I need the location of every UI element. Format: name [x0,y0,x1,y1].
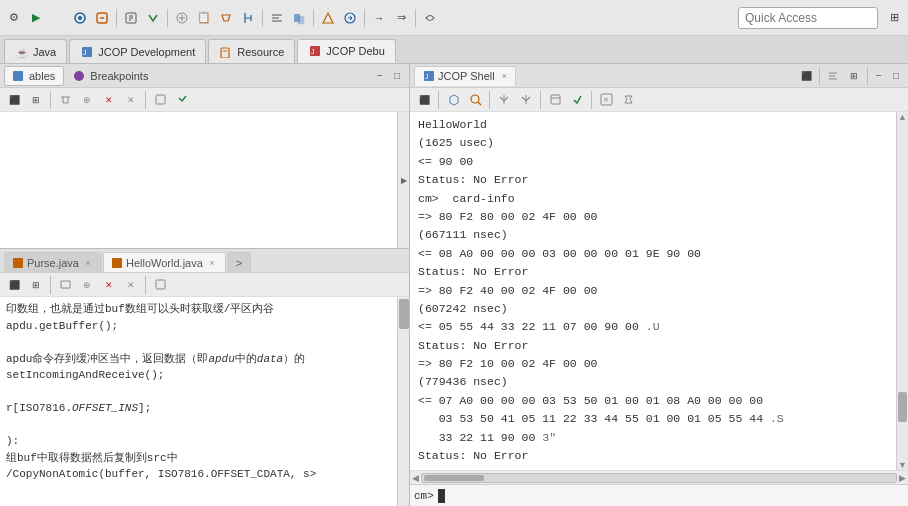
shell-line-4: Status: No Error [418,171,888,189]
scroll-right-arrow[interactable]: ▶ [397,112,409,248]
perspective-tab-java[interactable]: ☕ Java [4,39,67,63]
editor-sep-1 [50,276,51,294]
jcop-shell-tab-close[interactable]: × [502,71,507,81]
toolbar-btn-15[interactable] [340,8,360,28]
var-sep-1 [50,91,51,109]
hscroll-left[interactable]: ◀ [412,473,419,483]
right-ctrl-2[interactable] [823,66,843,86]
shell-line-13: Status: No Error [418,337,888,355]
scroll-down-btn[interactable]: ▼ [897,460,908,470]
editor-btn-1[interactable]: ⬛ [4,275,24,295]
minimize-btn[interactable]: − [372,68,388,84]
shell-btn-1[interactable]: ⬛ [414,90,434,110]
toolbar-btn-17[interactable]: ⇒ [391,8,411,28]
shell-btn-2[interactable] [443,90,463,110]
code-line-3 [6,334,391,351]
toolbar-btn-13[interactable] [289,8,309,28]
perspective-tab-resource[interactable]: Resource [208,39,295,63]
toolbar-btn-14[interactable] [318,8,338,28]
toolbar-btn-1[interactable]: ⚙ [4,8,24,28]
var-toolbar-8[interactable] [172,90,192,110]
editor-btn-2[interactable]: ⊞ [26,275,46,295]
editor-btn-3[interactable] [55,275,75,295]
shell-text[interactable]: HelloWorld (1625 usec) <= 90 00 Status: … [410,112,896,470]
editor-tab-purse-close[interactable]: × [83,258,93,268]
editor-tab-purse-icon [13,258,23,268]
var-toolbar-6[interactable]: ✕ [121,90,141,110]
var-toolbar-7[interactable] [150,90,170,110]
var-toolbar-4[interactable]: ⊕ [77,90,97,110]
right-panel: J JCOP Shell × ⬛ ⊞ − □ ⬛ [410,64,908,506]
right-ctrl-1[interactable]: ⬛ [796,66,816,86]
shell-line-3: <= 90 00 [418,153,888,171]
editor-sep-2 [145,276,146,294]
toolbar-btn-7[interactable] [143,8,163,28]
right-minimize-btn[interactable]: − [871,68,887,84]
perspective-tab-jcop-dev[interactable]: J JCOP Development [69,39,206,63]
left-top-content: ▶ [0,112,409,248]
code-line-8 [6,417,391,434]
var-toolbar-5[interactable]: ✕ [99,90,119,110]
svg-text:☕: ☕ [16,47,28,59]
right-sep-0 [819,67,820,85]
editor-btn-6[interactable]: ✕ [121,275,141,295]
toolbar-btn-12[interactable] [267,8,287,28]
toolbar-btn-6[interactable] [121,8,141,28]
shell-btn-8[interactable]: ✕ [596,90,616,110]
toolbar-btn-3[interactable] [48,8,68,28]
toolbar-btn-19[interactable]: ⊞ [884,8,904,28]
toolbar-btn-11[interactable] [238,8,258,28]
scroll-up-btn[interactable]: ▲ [897,112,908,122]
tab-breakpoints[interactable]: Breakpoints [66,66,156,86]
editor-tab-extra-label: > [236,257,242,269]
editor-tab-extra[interactable]: > [227,252,251,272]
svg-text:J: J [311,48,315,55]
shell-line-14: => 80 F2 10 00 02 4F 00 00 [418,355,888,373]
editor-tab-purse[interactable]: Purse.java × [4,252,102,272]
right-ctrl-3[interactable]: ⊞ [844,66,864,86]
editor-btn-7[interactable] [150,275,170,295]
left-bottom-panel: Purse.java × HelloWorld.java × > ⬛ ⊞ [0,249,409,506]
code-line-10: 组buf中取得数据然后复制到src中 [6,450,391,467]
editor-btn-5[interactable]: ✕ [99,275,119,295]
shell-btn-3[interactable] [465,90,485,110]
toolbar-btn-8[interactable] [172,8,192,28]
shell-btn-4[interactable] [494,90,514,110]
hscroll-right[interactable]: ▶ [899,473,906,483]
editor-toolbar: ⬛ ⊞ ⊕ ✕ ✕ [0,273,409,297]
editor-tab-helloworld[interactable]: HelloWorld.java × [103,252,226,272]
hscroll-bar[interactable] [421,473,897,483]
right-maximize-btn[interactable]: □ [888,68,904,84]
quick-access-container: Quick Access [738,7,878,29]
toolbar-btn-4[interactable] [70,8,90,28]
toolbar-btn-2[interactable]: ▶ [26,8,46,28]
var-toolbar-2[interactable]: ⊞ [26,90,46,110]
shell-btn-5[interactable] [516,90,536,110]
jcop-shell-tab[interactable]: J JCOP Shell × [414,66,516,86]
toolbar-btn-9[interactable]: 📋 [194,8,214,28]
editor-btn-4[interactable]: ⊕ [77,275,97,295]
shell-prompt: cm> [414,490,434,502]
editor-scroll-right[interactable] [397,297,409,506]
tab-variables[interactable]: ables [4,66,64,86]
var-toolbar-3[interactable] [55,90,75,110]
shell-hscroll: ◀ ▶ [410,470,908,484]
editor-tab-helloworld-close[interactable]: × [207,258,217,268]
maximize-btn[interactable]: □ [389,68,405,84]
toolbar-btn-18[interactable] [420,8,440,28]
toolbar-btn-10[interactable] [216,8,236,28]
toolbar-btn-5[interactable] [92,8,112,28]
left-top-header: ables Breakpoints − □ [0,64,409,88]
var-sep-2 [145,91,146,109]
toolbar-btn-16[interactable]: → [369,8,389,28]
shell-btn-6[interactable] [545,90,565,110]
hscroll-thumb [424,475,484,481]
quick-access-input[interactable]: Quick Access [738,7,878,29]
svg-text:J: J [425,73,429,80]
editor-text[interactable]: 印数组，也就是通过buf数组可以头时获取缓/平区内谷 apdu.getBuffe… [0,297,397,506]
var-toolbar-1[interactable]: ⬛ [4,90,24,110]
perspective-tab-jcop-debug[interactable]: J JCOP Debu [297,39,396,63]
shell-btn-7[interactable] [567,90,587,110]
shell-scroll-right[interactable]: ▲ ▼ [896,112,908,470]
shell-btn-9[interactable] [618,90,638,110]
